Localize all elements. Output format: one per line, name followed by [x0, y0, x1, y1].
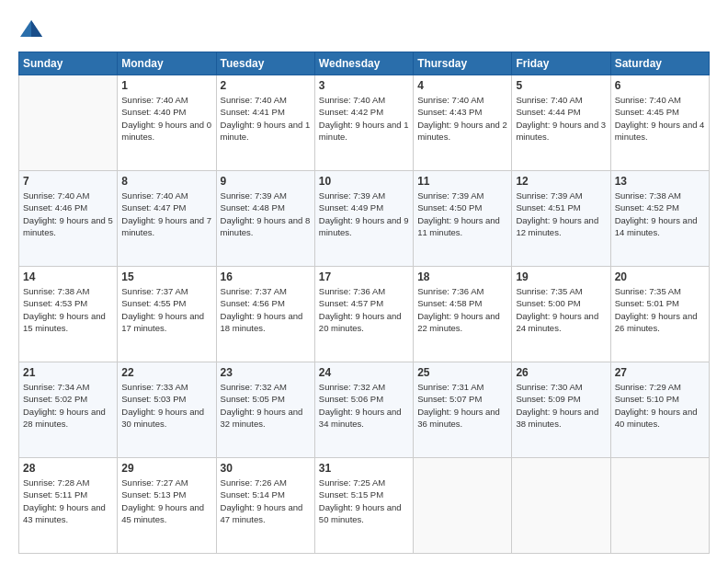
calendar-cell: 7 Sunrise: 7:40 AM Sunset: 4:46 PM Dayli… — [19, 171, 118, 267]
daylight-text: Daylight: 9 hours and 30 minutes. — [121, 407, 204, 429]
daylight-text: Daylight: 9 hours and 12 minutes. — [516, 215, 598, 237]
week-row-4: 21 Sunrise: 7:34 AM Sunset: 5:02 PM Dayl… — [19, 362, 710, 458]
sunset-text: Sunset: 4:51 PM — [516, 202, 580, 213]
calendar-cell: 8 Sunrise: 7:40 AM Sunset: 4:47 PM Dayli… — [118, 171, 216, 267]
calendar-cell: 26 Sunrise: 7:30 AM Sunset: 5:09 PM Dayl… — [512, 362, 610, 458]
header — [18, 15, 710, 42]
day-number: 12 — [516, 175, 606, 188]
day-info: Sunrise: 7:33 AM Sunset: 5:03 PM Dayligh… — [121, 381, 211, 430]
day-number: 24 — [319, 366, 409, 379]
day-number: 4 — [417, 79, 507, 92]
day-number: 19 — [516, 270, 606, 283]
sunrise-text: Sunrise: 7:40 AM — [319, 95, 385, 105]
sunrise-text: Sunrise: 7:39 AM — [516, 190, 582, 201]
daylight-text: Daylight: 9 hours and 40 minutes. — [615, 407, 698, 429]
calendar-cell: 14 Sunrise: 7:38 AM Sunset: 4:53 PM Dayl… — [19, 267, 118, 362]
sunset-text: Sunset: 4:47 PM — [121, 202, 186, 213]
day-info: Sunrise: 7:27 AM Sunset: 5:13 PM Dayligh… — [121, 477, 211, 525]
sunrise-text: Sunrise: 7:32 AM — [221, 382, 287, 392]
day-number: 13 — [615, 175, 705, 188]
calendar-cell: 27 Sunrise: 7:29 AM Sunset: 5:10 PM Dayl… — [610, 362, 709, 458]
day-info: Sunrise: 7:35 AM Sunset: 5:01 PM Dayligh… — [615, 285, 705, 334]
sunset-text: Sunset: 4:55 PM — [121, 298, 186, 308]
day-info: Sunrise: 7:32 AM Sunset: 5:06 PM Dayligh… — [319, 381, 409, 430]
daylight-text: Daylight: 9 hours and 17 minutes. — [121, 311, 204, 333]
day-info: Sunrise: 7:38 AM Sunset: 4:52 PM Dayligh… — [615, 190, 705, 238]
calendar-cell: 13 Sunrise: 7:38 AM Sunset: 4:52 PM Dayl… — [610, 171, 709, 267]
day-info: Sunrise: 7:40 AM Sunset: 4:46 PM Dayligh… — [23, 190, 113, 238]
day-number: 18 — [417, 270, 507, 283]
logo-icon — [18, 17, 44, 42]
day-number: 27 — [615, 366, 705, 379]
calendar-cell: 6 Sunrise: 7:40 AM Sunset: 4:45 PM Dayli… — [610, 75, 709, 171]
daylight-text: Daylight: 9 hours and 26 minutes. — [615, 311, 698, 333]
day-number: 31 — [319, 462, 409, 475]
sunrise-text: Sunrise: 7:34 AM — [23, 382, 89, 392]
calendar-cell — [19, 75, 118, 171]
sunset-text: Sunset: 5:11 PM — [23, 489, 87, 500]
daylight-text: Daylight: 9 hours and 11 minutes. — [417, 215, 500, 237]
sunset-text: Sunset: 5:15 PM — [319, 489, 383, 500]
day-number: 14 — [23, 270, 113, 283]
week-row-3: 14 Sunrise: 7:38 AM Sunset: 4:53 PM Dayl… — [19, 267, 710, 362]
calendar-cell — [512, 458, 610, 554]
sunset-text: Sunset: 4:44 PM — [516, 107, 580, 117]
calendar-cell: 25 Sunrise: 7:31 AM Sunset: 5:07 PM Dayl… — [414, 362, 512, 458]
day-number: 3 — [319, 79, 409, 92]
calendar-cell: 17 Sunrise: 7:36 AM Sunset: 4:57 PM Dayl… — [314, 267, 413, 362]
daylight-text: Daylight: 9 hours and 50 minutes. — [319, 502, 402, 524]
daylight-text: Daylight: 9 hours and 9 minutes. — [319, 215, 409, 237]
day-info: Sunrise: 7:37 AM Sunset: 4:56 PM Dayligh… — [221, 285, 311, 334]
sunset-text: Sunset: 4:53 PM — [23, 298, 87, 308]
sunrise-text: Sunrise: 7:32 AM — [319, 382, 385, 392]
calendar-body: 1 Sunrise: 7:40 AM Sunset: 4:40 PM Dayli… — [19, 75, 710, 554]
daylight-text: Daylight: 9 hours and 34 minutes. — [319, 407, 402, 429]
daylight-text: Daylight: 9 hours and 8 minutes. — [221, 215, 311, 237]
day-number: 20 — [615, 270, 705, 283]
day-info: Sunrise: 7:35 AM Sunset: 5:00 PM Dayligh… — [516, 285, 606, 334]
calendar-cell: 19 Sunrise: 7:35 AM Sunset: 5:00 PM Dayl… — [512, 267, 610, 362]
calendar-cell: 4 Sunrise: 7:40 AM Sunset: 4:43 PM Dayli… — [414, 75, 512, 171]
daylight-text: Daylight: 9 hours and 1 minute. — [319, 120, 409, 142]
sunset-text: Sunset: 4:45 PM — [615, 107, 679, 117]
sunset-text: Sunset: 5:13 PM — [121, 489, 186, 500]
daylight-text: Daylight: 9 hours and 45 minutes. — [121, 502, 204, 524]
sunset-text: Sunset: 5:09 PM — [516, 394, 580, 404]
calendar-cell: 2 Sunrise: 7:40 AM Sunset: 4:41 PM Dayli… — [216, 75, 314, 171]
calendar-cell: 31 Sunrise: 7:25 AM Sunset: 5:15 PM Dayl… — [314, 458, 413, 554]
daylight-text: Daylight: 9 hours and 32 minutes. — [221, 407, 303, 429]
daylight-text: Daylight: 9 hours and 5 minutes. — [23, 215, 113, 237]
day-info: Sunrise: 7:39 AM Sunset: 4:48 PM Dayligh… — [221, 190, 311, 238]
day-number: 10 — [319, 175, 409, 188]
sunset-text: Sunset: 4:56 PM — [221, 298, 285, 308]
weekday-header-sunday: Sunday — [19, 52, 118, 75]
sunrise-text: Sunrise: 7:28 AM — [23, 477, 89, 488]
day-number: 16 — [221, 270, 311, 283]
day-number: 26 — [516, 366, 606, 379]
day-info: Sunrise: 7:26 AM Sunset: 5:14 PM Dayligh… — [221, 477, 311, 525]
sunrise-text: Sunrise: 7:33 AM — [121, 382, 188, 392]
sunrise-text: Sunrise: 7:39 AM — [417, 190, 483, 201]
day-number: 21 — [23, 366, 113, 379]
sunrise-text: Sunrise: 7:40 AM — [221, 95, 287, 105]
sunrise-text: Sunrise: 7:30 AM — [516, 382, 582, 392]
calendar-cell: 3 Sunrise: 7:40 AM Sunset: 4:42 PM Dayli… — [314, 75, 413, 171]
day-number: 25 — [417, 366, 507, 379]
calendar-cell: 5 Sunrise: 7:40 AM Sunset: 4:44 PM Dayli… — [512, 75, 610, 171]
day-info: Sunrise: 7:37 AM Sunset: 4:55 PM Dayligh… — [121, 285, 211, 334]
calendar-cell: 23 Sunrise: 7:32 AM Sunset: 5:05 PM Dayl… — [216, 362, 314, 458]
daylight-text: Daylight: 9 hours and 47 minutes. — [221, 502, 303, 524]
sunrise-text: Sunrise: 7:40 AM — [121, 190, 188, 201]
daylight-text: Daylight: 9 hours and 0 minutes. — [121, 120, 211, 142]
calendar-cell: 18 Sunrise: 7:36 AM Sunset: 4:58 PM Dayl… — [414, 267, 512, 362]
week-row-2: 7 Sunrise: 7:40 AM Sunset: 4:46 PM Dayli… — [19, 171, 710, 267]
day-number: 6 — [615, 79, 705, 92]
sunrise-text: Sunrise: 7:38 AM — [615, 190, 681, 201]
weekday-header-tuesday: Tuesday — [216, 52, 314, 75]
daylight-text: Daylight: 9 hours and 4 minutes. — [615, 120, 705, 142]
day-info: Sunrise: 7:40 AM Sunset: 4:40 PM Dayligh… — [121, 94, 211, 143]
day-info: Sunrise: 7:40 AM Sunset: 4:44 PM Dayligh… — [516, 94, 606, 143]
day-info: Sunrise: 7:36 AM Sunset: 4:58 PM Dayligh… — [417, 285, 507, 334]
daylight-text: Daylight: 9 hours and 14 minutes. — [615, 215, 698, 237]
day-number: 15 — [121, 270, 211, 283]
